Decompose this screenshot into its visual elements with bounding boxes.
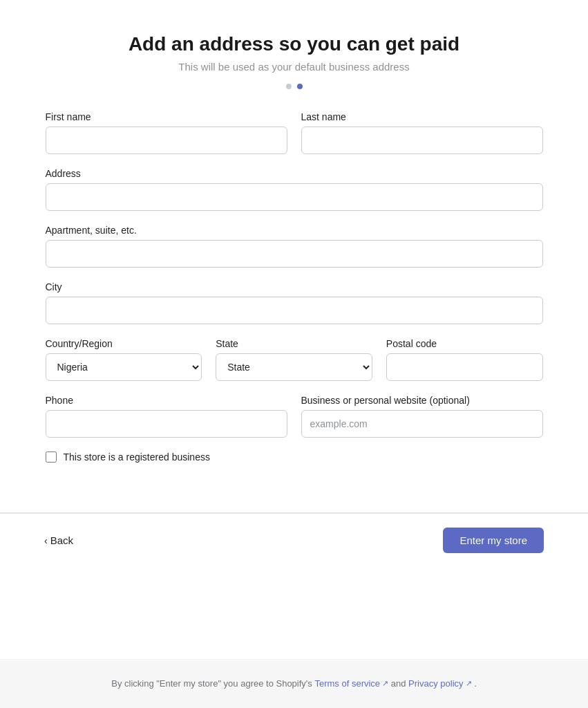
country-label: Country/Region	[46, 338, 202, 349]
privacy-external-icon: ↗	[466, 679, 472, 688]
address-input[interactable]	[46, 183, 543, 211]
phone-input[interactable]	[46, 410, 287, 438]
first-name-group: First name	[46, 111, 287, 154]
first-name-input[interactable]	[46, 127, 287, 154]
privacy-link-label: Privacy policy	[408, 678, 463, 689]
website-label: Business or personal website (optional)	[301, 395, 543, 406]
back-button[interactable]: ‹ Back	[44, 529, 73, 552]
state-label: State	[216, 338, 372, 349]
phone-label: Phone	[46, 395, 287, 406]
terms-external-icon: ↗	[382, 679, 388, 688]
back-chevron-icon: ‹	[44, 535, 48, 546]
apartment-row: Apartment, suite, etc.	[46, 225, 543, 268]
address-group: Address	[46, 168, 543, 211]
registered-business-row: This store is a registered business	[46, 451, 543, 463]
apartment-label: Apartment, suite, etc.	[46, 225, 543, 236]
website-group: Business or personal website (optional)	[301, 395, 543, 438]
registered-business-checkbox[interactable]	[46, 451, 57, 463]
footer-period: .	[474, 678, 477, 689]
page-title: Add an address so you can get paid	[129, 33, 459, 55]
footer-text-before: By clicking "Enter my store" you agree t…	[111, 678, 312, 689]
website-input[interactable]	[301, 410, 543, 438]
privacy-link[interactable]: Privacy policy ↗	[408, 678, 471, 689]
contact-row: Phone Business or personal website (opti…	[46, 395, 543, 438]
state-group: State State	[216, 338, 372, 381]
address-label: Address	[46, 168, 543, 179]
city-label: City	[46, 281, 543, 292]
state-select[interactable]: State	[216, 353, 372, 381]
last-name-input[interactable]	[301, 127, 543, 154]
name-row: First name Last name	[46, 111, 543, 154]
enter-store-label: Enter my store	[459, 534, 527, 546]
footer-actions: ‹ Back Enter my store	[0, 513, 588, 567]
apartment-input[interactable]	[46, 240, 543, 268]
region-row: Country/Region Nigeria United States Uni…	[46, 338, 543, 381]
back-button-label: Back	[50, 534, 73, 546]
step-indicators	[129, 84, 459, 89]
header-section: Add an address so you can get paid This …	[129, 33, 459, 89]
form-container: First name Last name Address Apartment,	[46, 111, 543, 490]
country-select[interactable]: Nigeria United States United Kingdom Can…	[46, 353, 202, 381]
step-dot-1	[286, 84, 292, 89]
city-group: City	[46, 281, 543, 324]
postal-code-group: Postal code	[386, 338, 543, 381]
postal-code-label: Postal code	[386, 338, 543, 349]
main-content: Add an address so you can get paid This …	[0, 0, 588, 659]
city-row: City	[46, 281, 543, 324]
country-group: Country/Region Nigeria United States Uni…	[46, 338, 202, 381]
first-name-label: First name	[46, 111, 287, 122]
terms-link-label: Terms of service	[314, 678, 380, 689]
postal-code-input[interactable]	[386, 353, 543, 381]
footer-and-text: and	[391, 678, 406, 689]
page-wrapper: Add an address so you can get paid This …	[0, 0, 588, 708]
last-name-group: Last name	[301, 111, 543, 154]
step-dot-2	[297, 84, 303, 89]
terms-link[interactable]: Terms of service ↗	[314, 678, 388, 689]
page-subtitle: This will be used as your default busine…	[129, 61, 459, 73]
apartment-group: Apartment, suite, etc.	[46, 225, 543, 268]
registered-business-label[interactable]: This store is a registered business	[64, 451, 210, 463]
phone-group: Phone	[46, 395, 287, 438]
bottom-footer: By clicking "Enter my store" you agree t…	[0, 659, 588, 708]
address-row: Address	[46, 168, 543, 211]
city-input[interactable]	[46, 297, 543, 324]
enter-store-button[interactable]: Enter my store	[443, 528, 544, 553]
last-name-label: Last name	[301, 111, 543, 122]
